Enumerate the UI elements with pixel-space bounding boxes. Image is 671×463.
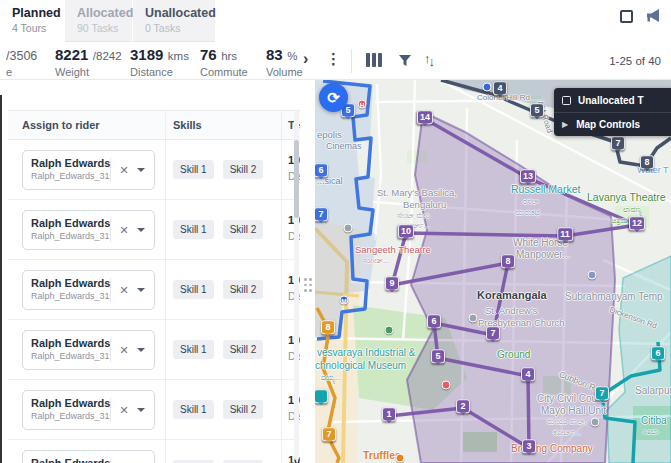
route-stop-marker-6[interactable]: 6: [427, 314, 441, 328]
route-stop-marker-14[interactable]: 14: [417, 110, 433, 124]
route-stop-marker-1[interactable]: 1: [382, 407, 396, 421]
route-stop-marker-7[interactable]: 7: [611, 136, 625, 150]
table-row: Ralph Edwards Ralph_Edwards_319 ✕ Skill …: [8, 260, 300, 320]
tab-unallocated[interactable]: Unallocated 0 Tasks: [133, 0, 215, 42]
kebab-menu-icon[interactable]: ⋮: [326, 50, 341, 68]
route-stop-marker-4[interactable]: 4: [521, 367, 535, 381]
route-stop-marker-7[interactable]: 7: [595, 386, 609, 400]
map-controls-menu[interactable]: ▶ Map Controls: [554, 112, 671, 136]
stat-value: 3189: [130, 46, 163, 63]
select-controls: ✕: [110, 458, 154, 463]
assign-cell: Ralph Edwards Ralph_Edwards_319 ✕: [8, 380, 165, 439]
route-stop-marker-7[interactable]: 7: [486, 326, 500, 340]
skill-chip: Skill 2: [223, 220, 264, 239]
panel-resize-divider[interactable]: [300, 80, 315, 463]
select-controls: ✕: [110, 338, 154, 362]
chevron-down-icon[interactable]: [137, 348, 145, 356]
filter-icon[interactable]: [398, 53, 412, 71]
map-markers-layer: 141312111098765432156745786787: [315, 80, 671, 463]
columns-icon[interactable]: [366, 53, 382, 67]
skill-chip: Skill 1: [173, 160, 214, 179]
sort-icon[interactable]: ↑↓: [424, 51, 437, 66]
chevron-down-icon[interactable]: [137, 408, 145, 416]
route-stop-marker-3[interactable]: 3: [522, 439, 536, 453]
scrollbar-thumb[interactable]: [294, 140, 299, 218]
tab-allocated[interactable]: Allocated 90 Tasks: [65, 0, 132, 42]
skills-cell: Skill 1Skill 2: [165, 140, 281, 199]
select-controls: ✕: [110, 158, 154, 182]
unallocated-tasks-toggle[interactable]: Unallocated T: [554, 88, 671, 112]
unallocated-toggle-label: Unallocated T: [578, 95, 644, 106]
route-stop-marker-10[interactable]: 10: [398, 224, 414, 238]
skill-chip: Skill 1: [173, 340, 214, 359]
select-controls: ✕: [110, 218, 154, 242]
route-stop-marker-6[interactable]: 6: [315, 163, 328, 177]
map-controls-label: Map Controls: [576, 119, 640, 130]
map-canvas[interactable]: Colonel Hill RdAM RoadepolisCinemas...si…: [315, 80, 671, 463]
route-planning-app: Planned 4 Tours Allocated 90 Tasks Unall…: [0, 0, 671, 463]
clear-icon[interactable]: ✕: [120, 225, 129, 236]
stat-truncated: /3506 e: [6, 46, 37, 78]
tab-sublabel: 0 Tasks: [145, 22, 205, 34]
square-icon[interactable]: [620, 10, 633, 23]
assign-cell: Ralph Edwards Ralph_Edwards_319 ✕: [8, 200, 165, 259]
skill-chip: Skill 2: [223, 160, 264, 179]
tab-label: Allocated: [77, 6, 122, 20]
column-header-skills[interactable]: Skills: [165, 111, 281, 139]
skills-cell: Skill 1Skill 2: [165, 260, 281, 319]
scrollbar-track[interactable]: [294, 110, 299, 460]
assign-cell: Ralph Edwards Ralph_Edwards_319 ✕: [8, 260, 165, 319]
clear-icon[interactable]: ✕: [120, 285, 129, 296]
stat-label: Weight: [55, 66, 122, 78]
megaphone-icon[interactable]: [646, 8, 663, 27]
chevron-right-icon[interactable]: ›: [303, 51, 308, 67]
rider-id: Ralph_Edwards_319: [31, 291, 110, 301]
route-stop-marker-5[interactable]: 5: [530, 103, 544, 117]
rider-select[interactable]: Ralph Edwards Ralph_Edwards_319 ✕: [22, 390, 155, 430]
route-stop-marker-7[interactable]: 7: [315, 207, 328, 221]
route-stop-marker-8[interactable]: 8: [501, 254, 515, 268]
chevron-down-icon[interactable]: [137, 228, 145, 236]
route-stop-marker-5[interactable]: 5: [431, 349, 445, 363]
chevron-down-icon[interactable]: [137, 168, 145, 176]
rider-table-body: Ralph Edwards Ralph_Edwards_319 ✕ Skill …: [8, 140, 300, 463]
table-row: Ralph Edwards Ralph_Edwards_319 ✕ Skill …: [8, 320, 300, 380]
clear-icon[interactable]: ✕: [120, 405, 129, 416]
chevron-down-icon[interactable]: [137, 288, 145, 296]
route-stop-marker-2[interactable]: 2: [456, 399, 470, 413]
route-stop-marker-6[interactable]: 6: [651, 346, 665, 360]
route-stop-marker-12[interactable]: 12: [629, 216, 645, 230]
rider-select[interactable]: Ralph Edwards Ralph_Edwards_319 ✕: [22, 330, 155, 370]
rider-select[interactable]: Ralph Edwards Ralph_Edwards_319 ✕: [22, 270, 155, 310]
rider-names: Ralph Edwards Ralph_Edwards_319: [23, 151, 110, 189]
rider-select[interactable]: Ralph Edwards Ralph_Edwards_319 ✕: [22, 150, 155, 190]
select-controls: ✕: [110, 398, 154, 422]
route-stop-marker-9[interactable]: 9: [385, 276, 399, 290]
rider-name: Ralph Edwards: [31, 397, 110, 409]
tab-planned[interactable]: Planned 4 Tours: [0, 0, 64, 42]
rider-names: Ralph Edwards Ralph_Edwards_319: [23, 391, 110, 429]
column-header-assign[interactable]: Assign to rider: [8, 119, 165, 131]
assign-cell: Ralph Edwards Ralph_Edwards_319 ✕: [8, 440, 165, 463]
skill-chip: Skill 1: [173, 280, 214, 299]
route-stop-marker-4[interactable]: 4: [493, 81, 507, 95]
stats-bar: /3506 e 8221 /8242 Weight 3189 kms Dista…: [0, 42, 671, 80]
rider-names: Ralph Edwards Ralph_Edwards_319: [23, 211, 110, 249]
route-stop-marker-13[interactable]: 13: [520, 169, 536, 183]
clear-icon[interactable]: ✕: [120, 345, 129, 356]
route-stop-marker-pin[interactable]: [315, 389, 328, 403]
route-stop-marker-11[interactable]: 11: [557, 227, 573, 241]
skills-cell: Skill 1Skill 2: [165, 320, 281, 379]
route-stop-marker-8[interactable]: 8: [640, 155, 654, 169]
tab-label: Planned: [12, 6, 54, 20]
clear-icon[interactable]: ✕: [120, 165, 129, 176]
tour-list-panel: Assign to rider Skills Text H Ralph Edwa…: [0, 80, 300, 463]
route-stop-marker-8[interactable]: 8: [321, 320, 335, 334]
checkbox-icon[interactable]: [562, 96, 571, 105]
rider-select[interactable]: Ralph Edwards Ralph_Edwards_319 ✕: [22, 450, 155, 463]
drag-handle-icon[interactable]: [304, 278, 312, 292]
skill-chip: Skill 2: [223, 280, 264, 299]
rider-select[interactable]: Ralph Edwards Ralph_Edwards_319 ✕: [22, 210, 155, 250]
route-stop-marker-7[interactable]: 7: [322, 427, 336, 441]
map-refresh-button[interactable]: ⟳: [319, 83, 348, 112]
